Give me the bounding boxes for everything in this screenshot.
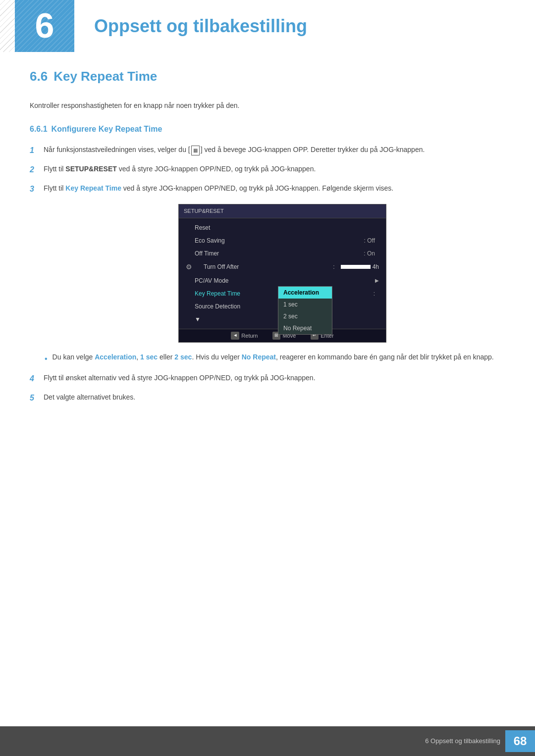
step-4: 4 Flytt til ønsket alternativ ved å styr… (30, 372, 505, 385)
dropdown-item-norepeat: No Repeat (278, 322, 332, 334)
step-4-content: Flytt til ønsket alternativ ved å styre … (44, 372, 505, 383)
steps-list: 1 Når funksjonstastveiledningen vises, v… (30, 144, 505, 195)
step-1: 1 Når funksjonstastveiledningen vises, v… (30, 144, 505, 156)
chapter-number-box: 6 (15, 0, 74, 52)
step-3-number: 3 (30, 183, 44, 195)
bullet-item-1: • Du kan velge Acceleration, 1 sec eller… (45, 352, 505, 365)
slider-value: 4h (373, 262, 379, 271)
norepeat-link: No Repeat (242, 353, 276, 361)
section-title: 6.6Key Repeat Time (30, 67, 505, 90)
menu-row-eco: Eco Saving : Off (179, 234, 386, 247)
step-5-content: Det valgte alternativet brukes. (44, 392, 505, 403)
subsection-title: 6.6.1Konfigurere Key Repeat Time (30, 123, 505, 135)
step-1-number: 1 (30, 145, 44, 156)
gear-icon: ⚙ (186, 262, 195, 272)
step-2-number: 2 (30, 164, 44, 176)
step-3-content: Flytt til Key Repeat Time ved å styre JO… (44, 183, 505, 194)
screen-header: SETUP&RESET (179, 204, 386, 218)
footer-page-number: 68 (505, 730, 535, 752)
menu-label-offtimer: Off Timer (186, 249, 364, 258)
subsection-title-text: Konfigurere Key Repeat Time (52, 125, 162, 133)
bullet-list: • Du kan velge Acceleration, 1 sec eller… (45, 352, 505, 365)
section-title-text: Key Repeat Time (54, 69, 157, 84)
footer-btn-return: ◄ Return (231, 332, 258, 340)
page-footer: 6 Oppsett og tilbakestilling 68 (0, 726, 535, 756)
menu-row-reset: Reset (179, 221, 386, 234)
acceleration-link: Acceleration (95, 353, 136, 361)
dropdown-item-acceleration: Acceleration (278, 287, 332, 299)
menu-label-reset: Reset (186, 223, 379, 232)
chapter-header: 6 Oppsett og tilbakestilling (0, 0, 535, 52)
screen-container: SETUP&RESET Reset Eco Saving : Off Off T… (59, 204, 505, 343)
menu-label-pcav: PC/AV Mode (186, 276, 375, 285)
slider-bar (341, 265, 371, 269)
1sec-link: 1 sec (140, 353, 158, 361)
subsection-number: 6.6.1 (30, 125, 48, 133)
arrow-right-icon: ▶ (375, 277, 379, 284)
steps-list-2: 4 Flytt til ønsket alternativ ved å styr… (30, 372, 505, 404)
intro-text: Kontroller responshastigheten for en kna… (30, 100, 505, 111)
step-2-content: Flytt til SETUP&RESET ved å styre JOG-kn… (44, 163, 505, 174)
step-5-number: 5 (30, 392, 44, 404)
dropdown-item-2sec: 2 sec (278, 310, 332, 322)
decorative-stripe (0, 0, 15, 52)
chapter-title: Oppsett og tilbakestilling (94, 13, 307, 40)
bullet-dot: • (45, 353, 48, 365)
screen-menu: Reset Eco Saving : Off Off Timer : On ⚙ … (179, 218, 386, 329)
menu-row-turnoff: ⚙ Turn Off After : 4h (179, 260, 386, 274)
menu-row-keyrepeat: Key Repeat Time : Acceleration 1 sec 2 s… (179, 287, 386, 300)
menu-label-eco: Eco Saving (186, 236, 364, 245)
menu-value-offtimer: : On (364, 249, 375, 258)
section-number: 6.6 (30, 69, 48, 84)
menu-colon-keyrepeat: : (374, 289, 375, 298)
setup-reset-bold: SETUP&RESET (65, 165, 116, 173)
return-label: Return (241, 332, 258, 340)
step-1-content: Når funksjonstastveiledningen vises, vel… (44, 144, 505, 155)
footer-chapter-label: 6 Oppsett og tilbakestilling (425, 736, 500, 746)
dropdown-item-1sec: 1 sec (278, 299, 332, 310)
menu-label-turnoff: Turn Off After (195, 262, 333, 271)
step-3: 3 Flytt til Key Repeat Time ved å styre … (30, 183, 505, 195)
return-icon: ◄ (231, 332, 239, 340)
chapter-title-col: Oppsett og tilbakestilling (74, 0, 327, 52)
dropdown-overlay: Acceleration 1 sec 2 sec No Repeat (278, 286, 332, 335)
step-2: 2 Flytt til SETUP&RESET ved å styre JOG-… (30, 163, 505, 176)
step-5: 5 Det valgte alternativet brukes. (30, 392, 505, 404)
2sec-link: 2 sec (174, 353, 192, 361)
menu-row-pcav: PC/AV Mode ▶ (179, 274, 386, 287)
menu-icon: ▦ (191, 146, 200, 155)
menu-value-turnoff: : (333, 262, 334, 271)
key-repeat-time-link: Key Repeat Time (65, 184, 121, 192)
step-4-number: 4 (30, 373, 44, 385)
menu-value-eco: : Off (364, 236, 375, 245)
chapter-number: 6 (35, 0, 54, 52)
menu-row-offtimer: Off Timer : On (179, 247, 386, 260)
bullet-text: Du kan velge Acceleration, 1 sec eller 2… (53, 352, 494, 362)
screen-mockup: SETUP&RESET Reset Eco Saving : Off Off T… (178, 204, 386, 343)
